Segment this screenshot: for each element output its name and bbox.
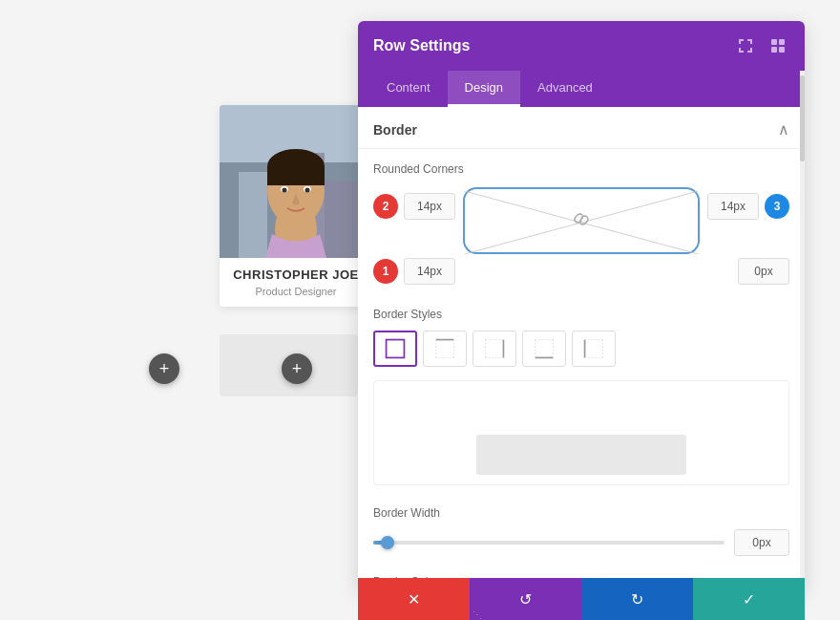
border-color-preview (373, 380, 789, 485)
corner-badge-1: 1 (373, 259, 398, 284)
panel-title: Row Settings (373, 37, 470, 54)
rounded-corners-label: Rounded Corners (373, 162, 789, 176)
resize-handle[interactable]: ⋱ (469, 607, 482, 620)
svg-rect-15 (771, 47, 777, 53)
bottom-toolbar: ✕ ↺ ↻ ✓ (358, 578, 805, 620)
border-style-options (373, 331, 789, 367)
border-color-inner (476, 435, 686, 475)
border-section-header: Border ∧ (358, 107, 805, 149)
profile-name: CHRISTOPHER JOE (220, 258, 372, 286)
border-width-label: Border Width (373, 506, 789, 520)
redo-icon: ↻ (631, 590, 643, 609)
border-width-input[interactable] (734, 529, 789, 556)
corner-badge-2: 2 (373, 194, 398, 219)
svg-rect-2 (239, 172, 267, 258)
slider-thumb[interactable] (381, 536, 394, 549)
profile-card: CHRISTOPHER JOE Product Designer (220, 105, 372, 307)
profile-photo (220, 105, 372, 258)
panel-tabs: Content Design Advanced (358, 71, 805, 107)
border-width-slider[interactable] (373, 541, 724, 545)
border-styles-section: Border Styles (358, 298, 805, 380)
top-right-corner: 3 (707, 187, 789, 220)
undo-button[interactable]: ↺ (470, 578, 581, 620)
border-style-left-btn[interactable] (572, 331, 616, 367)
collapse-icon[interactable]: ∧ (778, 120, 789, 139)
top-left-input[interactable] (404, 193, 455, 220)
border-style-right-btn[interactable] (472, 331, 516, 367)
border-preview-container (463, 187, 700, 254)
tab-content[interactable]: Content (369, 71, 448, 107)
panel-scrollbar[interactable] (800, 71, 805, 592)
delete-button[interactable]: ✕ (358, 578, 470, 620)
profile-title: Product Designer (220, 286, 372, 307)
bottom-right-corner (738, 258, 789, 285)
panel-scroll-thumb[interactable] (800, 75, 805, 161)
svg-rect-16 (779, 47, 785, 53)
border-style-top-btn[interactable] (423, 331, 467, 367)
bottom-corners-row: 1 (373, 258, 789, 285)
border-width-section: Border Width (358, 497, 805, 566)
rounded-corners-section: Rounded Corners 2 (358, 149, 805, 298)
border-section-title: Border (373, 122, 417, 138)
svg-point-11 (283, 188, 287, 193)
panel-header: Row Settings (358, 21, 805, 71)
tab-advanced[interactable]: Advanced (520, 71, 610, 107)
svg-rect-13 (771, 39, 777, 45)
grid-icon[interactable] (766, 34, 789, 57)
tab-design[interactable]: Design (448, 71, 520, 107)
profile-image (220, 105, 372, 258)
link-icon[interactable] (573, 211, 590, 231)
top-left-corner: 2 (373, 187, 455, 220)
header-icons (734, 34, 789, 57)
border-style-all-btn[interactable] (373, 331, 417, 367)
border-preview-box (463, 187, 700, 254)
panel-body: Border ∧ Rounded Corners 2 (358, 107, 805, 592)
confirm-button[interactable]: ✓ (693, 578, 805, 620)
redo-button[interactable]: ↻ (581, 578, 693, 620)
undo-icon: ↺ (519, 590, 532, 609)
svg-point-12 (305, 188, 310, 193)
top-right-input[interactable] (707, 193, 759, 220)
border-styles-label: Border Styles (373, 308, 789, 321)
fullscreen-icon[interactable] (734, 34, 757, 57)
bottom-left-corner: 1 (373, 258, 455, 285)
row-settings-panel: Row Settings Content Design Advanced (358, 21, 805, 592)
delete-icon: ✕ (408, 590, 420, 609)
svg-rect-19 (387, 340, 405, 358)
bottom-right-input[interactable] (738, 258, 789, 285)
corner-badge-3: 3 (765, 194, 789, 219)
border-style-bottom-btn[interactable] (522, 331, 566, 367)
svg-rect-14 (779, 39, 785, 45)
bottom-left-input[interactable] (404, 258, 455, 285)
add-column-right-button[interactable]: + (282, 353, 312, 384)
border-width-slider-row (373, 529, 789, 556)
confirm-icon: ✓ (743, 590, 755, 609)
svg-rect-8 (267, 166, 325, 185)
add-column-left-button[interactable]: + (149, 353, 179, 384)
